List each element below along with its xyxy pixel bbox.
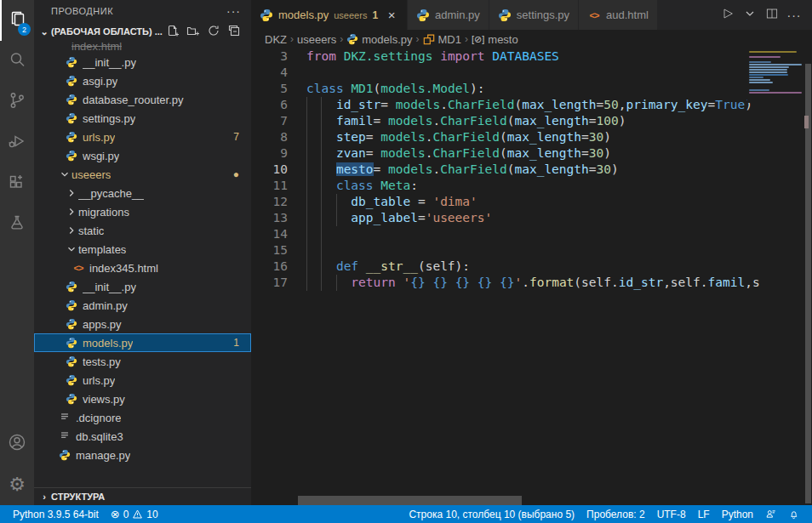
code-line-3[interactable]: 3from DKZ.settings import DATABASES xyxy=(251,48,812,65)
horizontal-scrollbar[interactable] xyxy=(298,496,522,505)
tree-item-admin-py[interactable]: admin.py xyxy=(34,296,251,315)
cursor-position[interactable]: Строка 10, столбец 10 (выбрано 5) xyxy=(403,505,580,523)
tree-item-settings-py[interactable]: settings.py xyxy=(34,109,251,128)
breadcrumb-item-models-py[interactable]: models.py xyxy=(346,33,412,46)
code-line-12[interactable]: 12db_table = 'dima' xyxy=(251,194,812,210)
tree-item-wsgi-py[interactable]: wsgi.py xyxy=(34,146,251,165)
python-icon xyxy=(65,94,78,105)
python-interpreter[interactable]: Python 3.9.5 64-bit xyxy=(7,505,105,523)
tab-aud-html[interactable]: <>aud.html xyxy=(579,0,658,30)
code-line-5[interactable]: 5class MD1(models.Model): xyxy=(251,81,812,97)
status-bar: Python 3.9.5 64-bit ⊗0 10Строка 10, стол… xyxy=(0,505,812,523)
tab-models-py[interactable]: models.py useeers 1 × xyxy=(251,0,408,30)
activity-testing[interactable] xyxy=(0,204,34,245)
code-line-4[interactable]: 4 xyxy=(251,65,812,81)
workspace-section-header[interactable]: ⌄ (РАБОЧАЯ ОБЛАСТЬ) ... xyxy=(34,22,251,41)
tree-item-urls-py[interactable]: urls.py xyxy=(34,371,251,389)
tree-item-apps-py[interactable]: apps.py xyxy=(34,315,251,333)
scrollbar-thumb[interactable] xyxy=(805,64,811,503)
tree-item-static[interactable]: static xyxy=(34,221,251,240)
decoration-badge: 7 xyxy=(233,131,251,143)
code-line-16[interactable]: 16def __str__(self): xyxy=(251,259,812,275)
tab-admin-py[interactable]: admin.py xyxy=(408,0,489,30)
tree-item--pycache-[interactable]: __pycache__ xyxy=(34,184,251,202)
activity-run-debug[interactable] xyxy=(0,122,34,163)
tree-item-db-sqlite3[interactable]: db.sqlite3 xyxy=(34,427,251,446)
breadcrumb-item-dkz[interactable]: DKZ xyxy=(265,33,287,46)
code-line-17[interactable]: 17return '{} {} {} {} {}'.format(self.id… xyxy=(251,275,812,291)
explorer-more-icon[interactable]: ··· xyxy=(226,4,241,18)
tree-item-models-py[interactable]: models.py1 xyxy=(34,333,251,352)
code-line-14[interactable]: 14 xyxy=(251,226,812,242)
tree-item-views-py[interactable]: views.py xyxy=(34,389,251,408)
notifications[interactable] xyxy=(782,505,805,523)
tree-item-templates[interactable]: templates xyxy=(34,240,251,259)
tree-item-urls-py[interactable]: urls.py7 xyxy=(34,128,251,146)
problems-status[interactable]: ⊗0 10 xyxy=(105,505,164,523)
python-icon xyxy=(498,9,512,22)
encoding[interactable]: UTF-8 xyxy=(651,505,692,523)
indentation[interactable]: Пробелов: 2 xyxy=(580,505,651,523)
code-line-8[interactable]: 8step= models.CharField(max_length=30) xyxy=(251,129,812,145)
extensions-icon xyxy=(7,172,27,196)
feedback[interactable] xyxy=(759,505,782,523)
line-number: 13 xyxy=(251,210,288,226)
tree-item-clipped[interactable]: index.html xyxy=(34,41,251,53)
bell-icon xyxy=(788,509,799,520)
code-line-13[interactable]: 13app_label='useeers' xyxy=(251,210,812,226)
tree-item--dcignore[interactable]: .dcignore xyxy=(34,408,251,427)
code-line-11[interactable]: 11class Meta: xyxy=(251,178,812,194)
tree-item-migrations[interactable]: migrations xyxy=(34,202,251,221)
outline-section-header[interactable]: › СТРУКТУРА xyxy=(34,487,251,505)
code-editor[interactable]: 3from DKZ.settings import DATABASES45cla… xyxy=(251,48,812,505)
code-line-9[interactable]: 9zvan= models.CharField(max_length=30) xyxy=(251,145,812,162)
tab-label: settings.py xyxy=(517,9,569,21)
refresh-icon[interactable] xyxy=(207,24,220,39)
breadcrumb-item-useeers[interactable]: useeers xyxy=(297,33,336,46)
code-line-15[interactable]: 15 xyxy=(251,242,812,259)
run-dropdown[interactable] xyxy=(741,6,759,25)
vscode-window: 2 ⚙ ПРОВОДНИК ··· ⌄ (РАБОЧАЯ ОБЛАСТЬ) ..… xyxy=(0,0,812,523)
chevron-right-icon: › xyxy=(340,33,343,45)
chevron-down-icon: ⌄ xyxy=(37,26,51,37)
chevron-down-icon xyxy=(743,7,757,24)
code-line-7[interactable]: 7famil= models.CharField(max_length=100) xyxy=(251,113,812,129)
chevron-right-icon xyxy=(65,225,78,236)
tree-item--init-py[interactable]: __init__.py xyxy=(34,277,251,296)
tree-item-manage-py[interactable]: manage.py xyxy=(34,446,251,464)
run-icon xyxy=(721,7,735,24)
tab-label: admin.py xyxy=(435,9,480,21)
split-editor-button[interactable] xyxy=(763,6,781,25)
code-line-6[interactable]: 6id_str= models.CharField(max_length=50,… xyxy=(251,97,812,113)
minimap[interactable] xyxy=(747,48,804,103)
tab-settings-py[interactable]: settings.py xyxy=(489,0,579,30)
editor-more-button[interactable]: ··· xyxy=(785,6,803,25)
tree-item-useeers[interactable]: useeers● xyxy=(34,165,251,184)
html-icon: <> xyxy=(71,263,85,273)
tree-item-database-roouter-py[interactable]: database_roouter.py xyxy=(34,90,251,109)
activity-bar: 2 ⚙ xyxy=(0,0,34,505)
breadcrumb-item-md1[interactable]: MD1 xyxy=(423,33,461,46)
tree-item-index345-html[interactable]: <>index345.html xyxy=(34,259,251,277)
warning-icon xyxy=(132,509,143,520)
language-mode[interactable]: Python xyxy=(716,505,759,523)
breadcrumb-item-mesto[interactable]: [⊘]mesto xyxy=(472,33,518,46)
activity-explorer[interactable]: 2 xyxy=(0,0,34,41)
new-folder-icon[interactable] xyxy=(186,24,200,39)
close-icon[interactable]: × xyxy=(385,8,398,22)
activity-settings[interactable]: ⚙ xyxy=(0,464,34,505)
chevron-down-icon xyxy=(58,168,71,180)
vertical-scrollbar[interactable] xyxy=(804,48,812,505)
run-button[interactable] xyxy=(718,6,737,25)
tree-item--init-py[interactable]: __init__.py xyxy=(34,53,251,71)
tree-item-asgi-py[interactable]: asgi.py xyxy=(34,71,251,90)
activity-search[interactable] xyxy=(0,41,34,82)
code-line-10[interactable]: 10mesto= models.CharField(max_length=30) xyxy=(251,162,812,178)
activity-account[interactable] xyxy=(0,424,34,464)
activity-extensions[interactable] xyxy=(0,163,34,204)
new-file-icon[interactable] xyxy=(166,24,180,39)
eol[interactable]: LF xyxy=(692,505,716,523)
tree-item-tests-py[interactable]: tests.py xyxy=(34,352,251,371)
activity-source-control[interactable] xyxy=(0,82,34,122)
collapse-all-icon[interactable] xyxy=(227,24,241,39)
